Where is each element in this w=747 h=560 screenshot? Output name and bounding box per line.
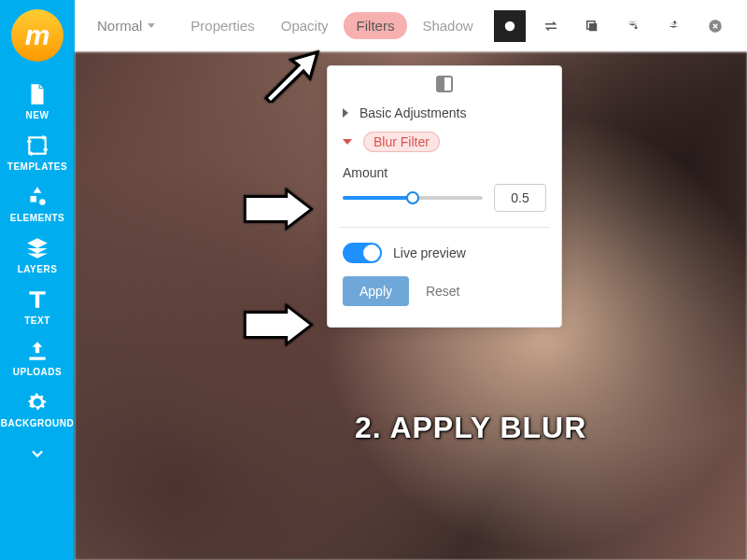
sidebar-item-new[interactable]: NEW bbox=[0, 75, 75, 126]
basic-adjustments-section[interactable]: Basic Adjustments bbox=[343, 100, 546, 126]
sidebar-item-text[interactable]: TEXT bbox=[0, 280, 75, 331]
sidebar-item-elements[interactable]: ELEMENTS bbox=[0, 177, 75, 229]
svg-rect-0 bbox=[29, 137, 45, 153]
tab-properties[interactable]: Properties bbox=[179, 12, 265, 39]
tab-opacity[interactable]: Opacity bbox=[270, 12, 340, 39]
mask-circle-button[interactable] bbox=[494, 10, 526, 42]
live-preview-toggle[interactable] bbox=[343, 243, 382, 263]
upload-icon bbox=[25, 339, 49, 363]
sidebar-item-label: UPLOADS bbox=[13, 367, 62, 377]
annotation-arrow-1 bbox=[252, 47, 327, 106]
sidebar-item-templates[interactable]: TEMPLATES bbox=[0, 126, 75, 177]
sidebar-item-background[interactable]: BACKGROUND bbox=[0, 383, 75, 434]
amount-slider[interactable] bbox=[343, 196, 483, 200]
sidebar-item-label: ELEMENTS bbox=[10, 213, 64, 223]
live-preview-label: Live preview bbox=[393, 245, 466, 260]
tab-filters[interactable]: Filters bbox=[344, 12, 408, 39]
text-icon bbox=[25, 287, 49, 312]
annotation-arrow-3 bbox=[241, 297, 316, 357]
reset-button[interactable]: Reset bbox=[426, 284, 460, 299]
filters-panel: Basic Adjustments Blur Filter Amount 0.5… bbox=[327, 65, 562, 328]
blend-mode-dropdown[interactable]: Normal bbox=[88, 12, 164, 39]
apply-button[interactable]: Apply bbox=[343, 276, 409, 306]
blur-filter-label: Blur Filter bbox=[363, 132, 440, 152]
download-icon bbox=[25, 441, 49, 466]
top-toolbar: Normal Properties Opacity Filters Shadow bbox=[75, 0, 747, 52]
left-sidebar: m NEW TEMPLATES ELEMENTS LAYERS TEXT bbox=[0, 0, 75, 560]
sidebar-item-label: LAYERS bbox=[18, 264, 58, 274]
file-icon bbox=[25, 82, 49, 106]
svg-rect-2 bbox=[589, 23, 597, 31]
tab-shadow[interactable]: Shadow bbox=[411, 12, 484, 39]
basic-adjustments-label: Basic Adjustments bbox=[359, 105, 466, 120]
annotation-caption: 2. APPLY BLUR bbox=[355, 411, 586, 445]
svg-point-1 bbox=[504, 21, 514, 31]
sidebar-item-label: TEMPLATES bbox=[7, 161, 67, 172]
copy-icon[interactable] bbox=[576, 10, 608, 42]
divider bbox=[339, 227, 550, 228]
panel-handle-icon[interactable] bbox=[436, 76, 453, 92]
sidebar-item-label: NEW bbox=[26, 110, 49, 120]
sidebar-item-label: TEXT bbox=[24, 315, 50, 326]
sidebar-item-more[interactable] bbox=[0, 434, 75, 466]
app-logo: m bbox=[11, 9, 63, 62]
blur-filter-section[interactable]: Blur Filter bbox=[343, 126, 546, 158]
sidebar-item-label: BACKGROUND bbox=[1, 418, 74, 428]
shapes-icon bbox=[25, 185, 49, 209]
swap-icon[interactable] bbox=[535, 10, 567, 42]
amount-input[interactable]: 0.5 bbox=[494, 184, 546, 212]
crop-icon bbox=[25, 133, 49, 158]
sidebar-item-uploads[interactable]: UPLOADS bbox=[0, 331, 75, 383]
annotation-arrow-2 bbox=[241, 181, 316, 241]
gear-icon bbox=[25, 390, 49, 414]
move-up-icon[interactable] bbox=[658, 10, 690, 42]
delete-icon[interactable] bbox=[699, 10, 731, 42]
layers-icon bbox=[25, 236, 49, 260]
move-down-icon[interactable] bbox=[617, 10, 649, 42]
amount-label: Amount bbox=[343, 165, 546, 180]
sidebar-item-layers[interactable]: LAYERS bbox=[0, 229, 75, 280]
